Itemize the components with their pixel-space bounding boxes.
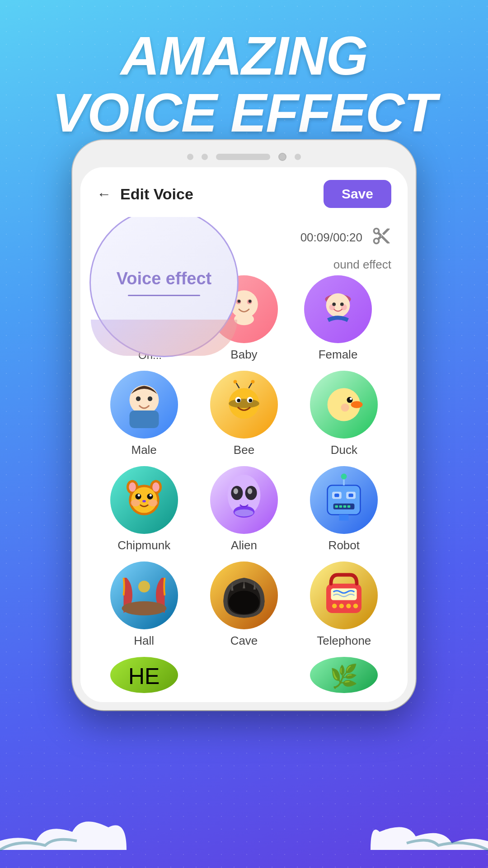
effect-item-chipmunk[interactable]: Chipmunk (103, 466, 185, 552)
svg-point-74 (353, 604, 358, 608)
effect-item-female[interactable]: Female (304, 275, 372, 362)
svg-point-28 (350, 397, 352, 400)
phone-screen: ← Edit Voice Save Voice effect (80, 167, 408, 702)
save-button[interactable]: Save (324, 180, 391, 208)
phone-dot-mid (202, 154, 208, 160)
svg-point-40 (149, 494, 151, 496)
phone-dot-right (295, 154, 301, 160)
svg-point-50 (235, 509, 253, 517)
svg-point-27 (347, 397, 353, 403)
svg-rect-60 (335, 505, 338, 508)
svg-rect-51 (328, 486, 361, 515)
svg-rect-58 (349, 494, 353, 497)
phone-top-bar (80, 148, 408, 167)
title-line2: VOICE EFFECT (52, 82, 436, 143)
effects-row-3: Hall (94, 561, 394, 648)
svg-point-17 (229, 399, 259, 408)
phone-wrapper: ← Edit Voice Save Voice effect (72, 140, 416, 710)
svg-point-43 (142, 500, 146, 502)
svg-point-48 (248, 488, 252, 494)
svg-point-30 (341, 403, 349, 411)
svg-point-54 (341, 474, 347, 480)
title-area: AMAZING VOICE EFFECT (0, 0, 488, 141)
svg-point-71 (332, 604, 337, 608)
svg-rect-57 (335, 494, 339, 497)
female-label: Female (319, 348, 358, 362)
duck-label: Duck (331, 443, 357, 457)
header-bar: ← Edit Voice Save (80, 167, 408, 217)
svg-point-12 (129, 385, 159, 415)
header-left: ← Edit Voice (97, 185, 193, 203)
scissors-button[interactable] (371, 226, 391, 248)
svg-point-65 (122, 601, 166, 615)
time-display: 00:09/00:20 (300, 231, 362, 245)
svg-line-24 (249, 382, 252, 388)
telephone-label: Telephone (317, 634, 371, 648)
svg-line-22 (236, 382, 239, 388)
svg-point-10 (332, 302, 336, 306)
cave-label: Cave (230, 634, 258, 648)
svg-point-7 (326, 293, 350, 317)
svg-point-47 (234, 488, 238, 494)
effect-item-partial-left[interactable]: HE (103, 657, 185, 693)
effect-item-male[interactable]: Male (103, 371, 185, 457)
effect-item-telephone[interactable]: Telephone (303, 561, 385, 648)
svg-rect-63 (347, 505, 351, 508)
alien-label: Alien (231, 538, 257, 552)
svg-point-42 (148, 500, 158, 507)
svg-point-29 (351, 401, 363, 408)
effects-row-2: Chipmunk (94, 466, 394, 552)
sound-effect-label: ound effect (333, 258, 391, 272)
svg-point-39 (137, 494, 140, 496)
svg-point-11 (340, 302, 344, 306)
cloud-right (371, 769, 488, 868)
phone-dot-left (187, 154, 193, 160)
svg-point-4 (249, 300, 252, 303)
effect-item-robot[interactable]: Robot (303, 466, 385, 552)
svg-point-72 (339, 604, 344, 608)
back-button[interactable]: ← (97, 186, 111, 203)
svg-point-41 (131, 500, 140, 507)
voice-circle: Voice effect (89, 217, 239, 357)
svg-point-21 (249, 399, 252, 402)
title-line1: AMAZING (121, 25, 367, 86)
svg-point-23 (234, 380, 237, 383)
svg-point-73 (347, 604, 351, 608)
svg-rect-15 (129, 410, 159, 428)
svg-point-68 (229, 591, 259, 614)
phone-speaker (216, 154, 270, 160)
hall-label: Hall (134, 634, 154, 648)
male-label: Male (131, 443, 156, 457)
cloud-left (0, 760, 127, 868)
robot-label: Robot (328, 538, 360, 552)
effects-grid: Male (80, 362, 408, 702)
svg-rect-61 (339, 505, 343, 508)
effects-row-1: Male (94, 371, 394, 457)
effect-item-alien[interactable]: Alien (203, 466, 285, 552)
voice-effect-text: Voice effect (117, 269, 211, 288)
svg-point-66 (138, 581, 150, 593)
phone-camera (278, 153, 286, 161)
svg-rect-64 (339, 515, 349, 521)
main-title: AMAZING VOICE EFFECT (0, 27, 488, 141)
svg-point-25 (251, 380, 255, 383)
bee-label: Bee (234, 443, 254, 457)
waveform-section: Voice effect 00:09/00:20 (80, 217, 408, 362)
svg-point-34 (129, 482, 136, 492)
effect-item-duck[interactable]: Duck (303, 371, 385, 457)
svg-point-20 (237, 399, 240, 402)
effects-row-4-partial: HE 🌿 (94, 657, 394, 693)
header-title: Edit Voice (120, 185, 193, 203)
effect-item-cave[interactable]: Cave (203, 561, 285, 648)
effect-item-hall[interactable]: Hall (103, 561, 185, 648)
chipmunk-label: Chipmunk (117, 538, 170, 552)
voice-effect-underline (128, 295, 200, 296)
svg-point-35 (152, 482, 160, 492)
svg-rect-62 (343, 505, 347, 508)
svg-point-13 (136, 396, 140, 401)
svg-point-14 (147, 396, 152, 401)
phone-frame: ← Edit Voice Save Voice effect (72, 140, 416, 710)
effect-item-bee[interactable]: Bee (203, 371, 285, 457)
effect-item-partial-far[interactable]: 🌿 (303, 657, 385, 693)
